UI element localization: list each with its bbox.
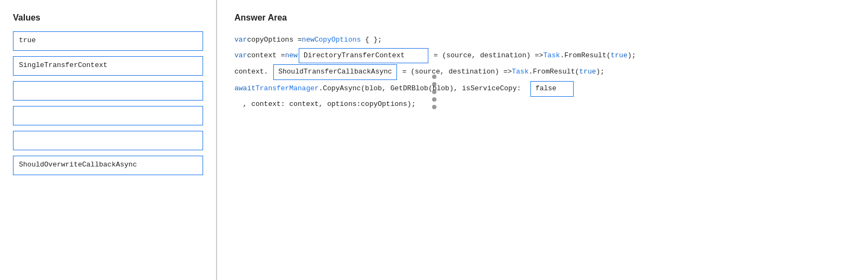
code-line-1: var copyOptions = new CopyOptions { }; bbox=[234, 34, 851, 47]
dropbox-context-type[interactable]: DirectoryTransferContext bbox=[299, 48, 428, 64]
answer-area-title: Answer Area bbox=[234, 13, 851, 23]
value-box-empty2[interactable] bbox=[13, 106, 203, 125]
kw-new-2: new bbox=[285, 49, 298, 63]
answer-area-panel: Answer Area var copyOptions = new CopyOp… bbox=[217, 0, 868, 280]
value-box-true[interactable]: true bbox=[13, 31, 203, 51]
cls-task-2: Task bbox=[512, 65, 529, 79]
value-box-empty3[interactable] bbox=[13, 131, 203, 150]
code-line-3: context. ShouldTransferCallbackAsync = (… bbox=[234, 64, 851, 80]
code-line-5: , context: context, options:copyOptions)… bbox=[234, 98, 851, 111]
kw-var-2: var bbox=[234, 49, 247, 63]
value-box-should-overwrite[interactable]: ShouldOverwriteCallbackAsync bbox=[13, 156, 203, 175]
value-box-single[interactable]: SingleTransferContext bbox=[13, 56, 203, 76]
kw-true-1: true bbox=[611, 49, 628, 63]
code-fromresult-1: .FromResult( bbox=[560, 49, 611, 63]
code-fromresult-2: .FromResult( bbox=[529, 65, 580, 79]
value-boxes: true SingleTransferContext ShouldOverwri… bbox=[13, 31, 203, 175]
code-lambda-2: = (source, destination) => bbox=[398, 65, 512, 79]
values-panel: Values true SingleTransferContext Should… bbox=[0, 0, 216, 280]
code-paren-1: ); bbox=[628, 49, 636, 63]
code-context-dot: context. bbox=[234, 65, 272, 79]
value-box-empty1[interactable] bbox=[13, 81, 203, 101]
code-line-2: var context = new DirectoryTransferConte… bbox=[234, 48, 851, 64]
code-copyoptions-assign: copyOptions = bbox=[247, 34, 301, 47]
values-title: Values bbox=[13, 13, 203, 23]
cls-transfermanager: TransferManager bbox=[255, 82, 319, 96]
dropbox-callback-type[interactable]: ShouldTransferCallbackAsync bbox=[273, 64, 397, 80]
kw-new-1: new bbox=[302, 34, 314, 47]
code-paren-2: ); bbox=[596, 65, 605, 79]
code-context-assign: context = bbox=[247, 49, 285, 63]
code-brace-1: { }; bbox=[361, 34, 382, 47]
code-line-4: await TransferManager .CopyAsync(blob, G… bbox=[234, 81, 851, 97]
kw-var-1: var bbox=[234, 34, 247, 47]
cls-task-1: Task bbox=[543, 49, 560, 63]
cls-copyoptions: CopyOptions bbox=[314, 34, 361, 47]
kw-true-2: true bbox=[579, 65, 596, 79]
code-context-options: , context: context, options:copyOptions)… bbox=[234, 98, 415, 111]
code-area: var copyOptions = new CopyOptions { }; v… bbox=[234, 34, 851, 111]
code-lambda-1: = (source, destination) => bbox=[429, 49, 543, 63]
code-copyasync: .CopyAsync(blob, GetDRBlob(blob), isServ… bbox=[319, 82, 529, 96]
kw-await: await bbox=[234, 82, 255, 96]
dropbox-isservicecopy-value[interactable]: false bbox=[530, 81, 574, 97]
